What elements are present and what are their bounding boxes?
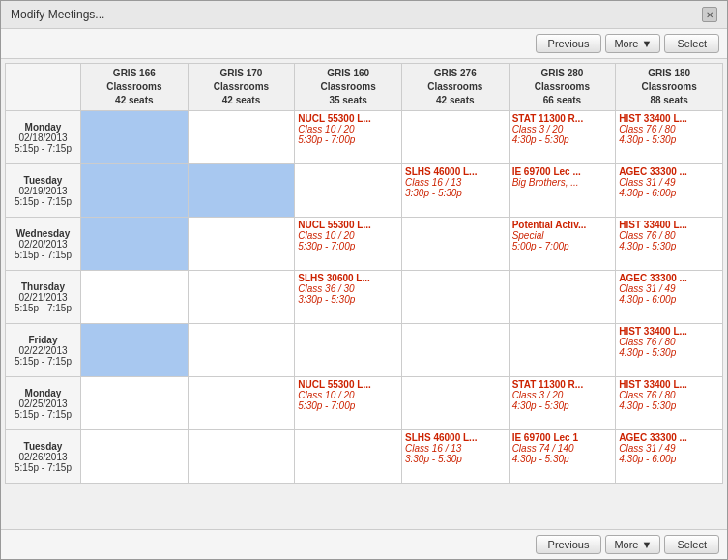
event-title: HIST 33400 L... [619, 220, 719, 230]
time-cell: Monday02/18/20135:15p - 7:15p [6, 111, 81, 164]
bottom-toolbar: Previous More ▼ Select [1, 529, 727, 559]
header-gris166: GRIS 166 Classrooms 42 seats [81, 64, 189, 111]
event-title: NUCL 55300 L... [298, 220, 398, 230]
event-title: NUCL 55300 L... [298, 379, 398, 390]
select-button-top[interactable]: Select [664, 34, 719, 53]
event-detail: Class 76 / 80 [619, 390, 719, 400]
event-detail: Class 3 / 20 [512, 390, 613, 400]
event-title: HIST 33400 L... [619, 326, 719, 337]
room-cell[interactable]: STAT 11300 R...Class 3 / 204:30p - 5:30p [509, 111, 616, 164]
room-cell[interactable]: NUCL 55300 L...Class 10 / 205:30p - 7:00… [295, 377, 402, 430]
event-time: 4:30p - 5:30p [619, 400, 719, 411]
table-row: Monday02/18/20135:15p - 7:15pNUCL 55300 … [6, 111, 723, 164]
event-title: STAT 11300 R... [512, 379, 613, 390]
header-time [6, 64, 81, 111]
header-gris160: GRIS 160 Classrooms 35 seats [295, 64, 402, 111]
room-cell [401, 218, 509, 271]
room-cell [81, 430, 189, 484]
window-title: Modify Meetings... [11, 8, 104, 21]
event-title: AGEC 33300 ... [619, 166, 719, 177]
time-cell: Wednesday02/20/20135:15p - 7:15p [6, 218, 81, 271]
event-time: 4:30p - 6:00p [619, 188, 719, 198]
room-cell [295, 430, 402, 484]
room-cell [509, 271, 616, 324]
previous-button-top[interactable]: Previous [536, 34, 602, 53]
event-detail: Class 74 / 140 [512, 443, 613, 454]
event-detail: Class 76 / 80 [619, 230, 719, 241]
event-title: Potential Activ... [512, 220, 613, 230]
room-cell [188, 271, 295, 324]
event-detail: Class 16 / 13 [405, 177, 506, 188]
event-detail: Big Brothers, ... [512, 177, 613, 188]
event-detail: Class 10 / 20 [298, 124, 398, 134]
room-cell[interactable]: IE 69700 Lec 1Class 74 / 1404:30p - 5:30… [509, 430, 616, 484]
time-cell: Friday02/22/20135:15p - 7:15p [6, 324, 81, 377]
room-cell [188, 111, 295, 164]
header-gris170: GRIS 170 Classrooms 42 seats [188, 64, 295, 111]
event-time: 4:30p - 5:30p [512, 454, 613, 464]
room-cell [188, 164, 295, 218]
event-time: 3:30p - 5:30p [405, 454, 506, 464]
room-cell[interactable]: AGEC 33300 ...Class 31 / 494:30p - 6:00p [616, 430, 723, 484]
room-cell [81, 111, 189, 164]
header-gris276: GRIS 276 Classrooms 42 seats [401, 64, 509, 111]
event-time: 4:30p - 6:00p [619, 294, 719, 305]
event-title: IE 69700 Lec ... [512, 166, 613, 177]
room-cell[interactable]: HIST 33400 L...Class 76 / 804:30p - 5:30… [616, 377, 723, 430]
room-cell[interactable]: SLHS 30600 L...Class 36 / 303:30p - 5:30… [295, 271, 402, 324]
event-title: SLHS 30600 L... [298, 273, 398, 283]
room-cell [401, 324, 509, 377]
previous-button-bottom[interactable]: Previous [536, 535, 602, 554]
room-cell [81, 218, 189, 271]
more-button-top[interactable]: More ▼ [605, 34, 660, 53]
event-detail: Class 76 / 80 [619, 124, 719, 134]
room-cell[interactable]: NUCL 55300 L...Class 10 / 205:30p - 7:00… [295, 111, 402, 164]
event-detail: Class 16 / 13 [405, 443, 506, 454]
top-toolbar: Previous More ▼ Select [1, 29, 727, 59]
event-detail: Special [512, 230, 613, 241]
close-button[interactable]: ✕ [702, 7, 717, 22]
event-title: SLHS 46000 L... [405, 166, 506, 177]
room-cell[interactable]: HIST 33400 L...Class 76 / 804:30p - 5:30… [616, 111, 723, 164]
table-row: Monday02/25/20135:15p - 7:15pNUCL 55300 … [6, 377, 723, 430]
event-title: NUCL 55300 L... [298, 113, 398, 124]
table-row: Tuesday02/26/20135:15p - 7:15pSLHS 46000… [6, 430, 723, 484]
room-cell[interactable]: SLHS 46000 L...Class 16 / 133:30p - 5:30… [401, 164, 509, 218]
event-detail: Class 3 / 20 [512, 124, 613, 134]
event-time: 3:30p - 5:30p [298, 294, 398, 305]
more-button-bottom[interactable]: More ▼ [605, 535, 660, 554]
table-row: Tuesday02/19/20135:15p - 7:15pSLHS 46000… [6, 164, 723, 218]
time-cell: Thursday02/21/20135:15p - 7:15p [6, 271, 81, 324]
header-gris280: GRIS 280 Classrooms 66 seats [509, 64, 616, 111]
room-cell[interactable]: AGEC 33300 ...Class 31 / 494:30p - 6:00p [616, 271, 723, 324]
event-detail: Class 36 / 30 [298, 283, 398, 294]
room-cell[interactable]: NUCL 55300 L...Class 10 / 205:30p - 7:00… [295, 218, 402, 271]
event-time: 5:00p - 7:00p [512, 241, 613, 251]
room-cell [401, 377, 509, 430]
event-time: 5:30p - 7:00p [298, 400, 398, 411]
event-time: 5:30p - 7:00p [298, 241, 398, 251]
room-cell [188, 218, 295, 271]
header-row: GRIS 166 Classrooms 42 seats GRIS 170 Cl… [6, 64, 723, 111]
room-cell[interactable]: AGEC 33300 ...Class 31 / 494:30p - 6:00p [616, 164, 723, 218]
event-detail: Class 76 / 80 [619, 337, 719, 347]
table-container: GRIS 166 Classrooms 42 seats GRIS 170 Cl… [1, 59, 727, 529]
event-title: AGEC 33300 ... [619, 432, 719, 443]
select-button-bottom[interactable]: Select [664, 535, 719, 554]
room-cell[interactable]: HIST 33400 L...Class 76 / 804:30p - 5:30… [616, 218, 723, 271]
room-cell[interactable]: SLHS 46000 L...Class 16 / 133:30p - 5:30… [401, 430, 509, 484]
room-cell [81, 377, 189, 430]
event-time: 4:30p - 5:30p [512, 400, 613, 411]
time-cell: Monday02/25/20135:15p - 7:15p [6, 377, 81, 430]
event-title: HIST 33400 L... [619, 113, 719, 124]
room-cell[interactable]: HIST 33400 L...Class 76 / 804:30p - 5:30… [616, 324, 723, 377]
room-cell[interactable]: Potential Activ...Special5:00p - 7:00p [509, 218, 616, 271]
event-title: HIST 33400 L... [619, 379, 719, 390]
room-cell [188, 377, 295, 430]
event-time: 4:30p - 5:30p [619, 134, 719, 145]
room-cell[interactable]: IE 69700 Lec ...Big Brothers, ... [509, 164, 616, 218]
event-time: 4:30p - 5:30p [619, 241, 719, 251]
room-cell[interactable]: STAT 11300 R...Class 3 / 204:30p - 5:30p [509, 377, 616, 430]
header-gris180: GRIS 180 Classrooms 88 seats [616, 64, 723, 111]
time-cell: Tuesday02/19/20135:15p - 7:15p [6, 164, 81, 218]
